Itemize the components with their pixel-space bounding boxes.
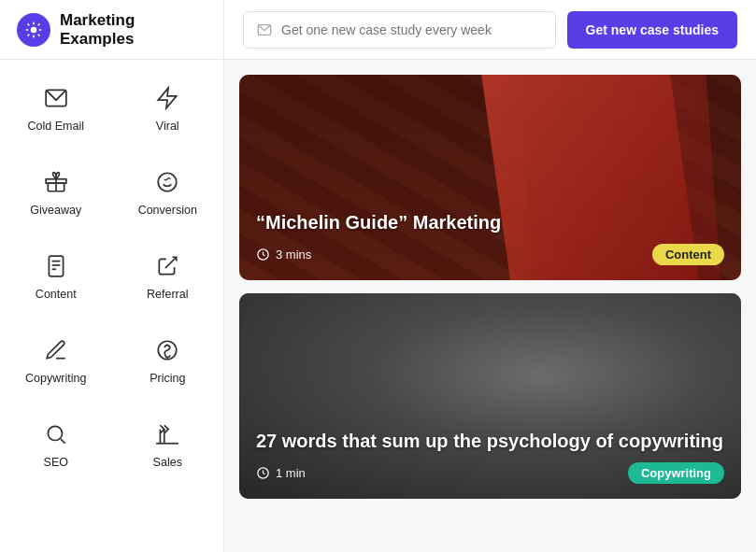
main-header: Get new case studies: [224, 0, 756, 60]
pen-icon: [44, 338, 68, 366]
card-copywriting-time: 1 min: [256, 466, 306, 480]
envelope-icon: [257, 22, 272, 37]
card-copywriting-title: 27 words that sum up the psychology of c…: [256, 429, 724, 453]
sidebar-item-viral-label: Viral: [156, 120, 179, 133]
sidebar-item-giveaway-label: Giveaway: [30, 204, 81, 217]
card-michelin-tag[interactable]: Content: [652, 244, 724, 265]
sidebar: Marketing Examples Cold Email Viral Give…: [0, 0, 224, 552]
main-content: Get new case studies “Michelin Guide” Ma…: [224, 0, 756, 552]
sidebar-item-content-label: Content: [36, 288, 77, 301]
svg-point-0: [31, 26, 37, 33]
svg-point-5: [159, 173, 178, 191]
sidebar-item-copywriting-label: Copywriting: [25, 372, 86, 385]
email-icon: [44, 86, 68, 114]
search-icon: [44, 422, 68, 450]
sidebar-item-referral-label: Referral: [147, 288, 188, 301]
svg-line-12: [165, 257, 177, 268]
sidebar-item-pricing[interactable]: Pricing: [112, 319, 224, 403]
logo-area[interactable]: Marketing Examples: [0, 0, 223, 60]
card-copywriting[interactable]: 27 words that sum up the psychology of c…: [239, 293, 741, 499]
conversion-icon: [155, 170, 179, 198]
sidebar-item-pricing-label: Pricing: [150, 372, 185, 385]
pricing-icon: [155, 338, 179, 366]
referral-icon: [155, 254, 179, 282]
sidebar-item-viral[interactable]: Viral: [112, 67, 224, 151]
svg-point-16: [48, 426, 62, 440]
sidebar-nav: Cold Email Viral Giveaway Conversion: [0, 60, 223, 495]
gift-icon: [44, 170, 68, 198]
cta-button[interactable]: Get new case studies: [567, 11, 737, 49]
svg-marker-2: [159, 88, 178, 108]
sidebar-item-conversion-label: Conversion: [138, 204, 197, 217]
email-input[interactable]: [281, 22, 542, 37]
sidebar-item-copywriting[interactable]: Copywriting: [0, 319, 112, 403]
sidebar-item-conversion[interactable]: Conversion: [112, 151, 224, 235]
card-michelin[interactable]: “Michelin Guide” Marketing 3 mins Conten…: [239, 75, 741, 280]
email-input-wrapper[interactable]: [243, 11, 556, 49]
cards-area: “Michelin Guide” Marketing 3 mins Conten…: [224, 60, 756, 552]
sidebar-item-referral[interactable]: Referral: [112, 235, 224, 319]
sidebar-item-cold-email[interactable]: Cold Email: [0, 67, 112, 151]
logo-icon: [17, 13, 50, 47]
sidebar-item-sales-label: Sales: [153, 456, 182, 469]
svg-line-17: [61, 439, 65, 444]
sales-icon: [155, 422, 179, 450]
sidebar-item-sales[interactable]: Sales: [112, 403, 224, 488]
sidebar-item-content[interactable]: Content: [0, 235, 112, 319]
card-copywriting-content: 27 words that sum up the psychology of c…: [239, 414, 741, 499]
clock-icon-2: [256, 466, 270, 480]
card-michelin-meta: 3 mins Content: [256, 244, 724, 265]
sidebar-item-seo[interactable]: SEO: [0, 403, 112, 488]
svg-rect-8: [49, 256, 63, 276]
app-title: Marketing Examples: [60, 11, 207, 49]
sidebar-item-cold-email-label: Cold Email: [28, 120, 84, 133]
card-michelin-time: 3 mins: [256, 248, 311, 262]
card-copywriting-meta: 1 min Copywriting: [256, 462, 724, 484]
card-copywriting-tag[interactable]: Copywriting: [628, 462, 724, 484]
sidebar-item-seo-label: SEO: [44, 456, 68, 469]
card-michelin-content: “Michelin Guide” Marketing 3 mins Conten…: [239, 195, 741, 280]
viral-icon: [155, 86, 179, 114]
content-icon: [44, 254, 68, 282]
sidebar-item-giveaway[interactable]: Giveaway: [0, 151, 112, 235]
card-michelin-title: “Michelin Guide” Marketing: [256, 210, 724, 234]
clock-icon: [256, 248, 270, 262]
